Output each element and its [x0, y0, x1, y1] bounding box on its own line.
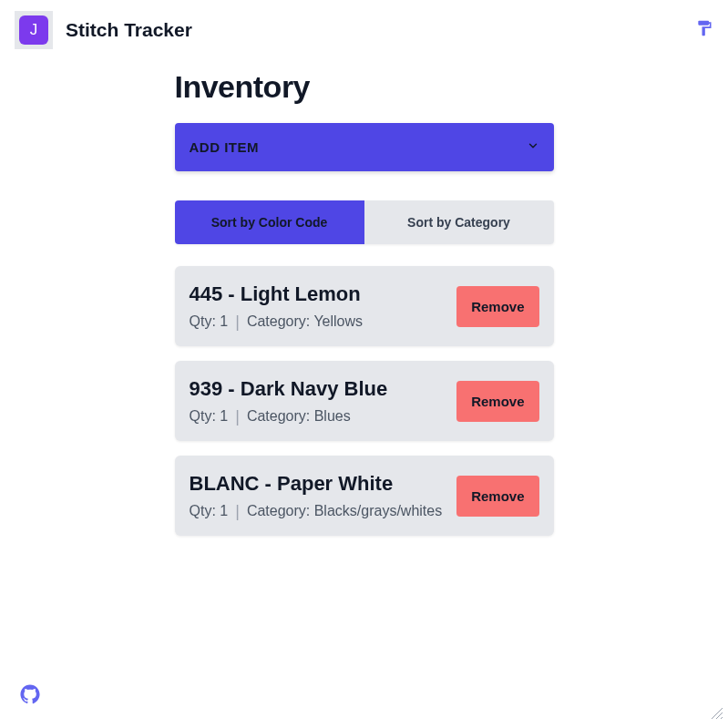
meta-divider: | — [235, 408, 240, 425]
inventory-item-card: BLANC - Paper White Qty: 1 | Category: B… — [175, 456, 554, 536]
item-qty: Qty: 1 — [190, 408, 229, 425]
item-category: Category: Blacks/grays/whites — [247, 503, 442, 519]
item-category: Category: Blues — [247, 408, 351, 425]
avatar-letter: J — [30, 21, 38, 39]
chevron-down-icon — [527, 139, 539, 155]
svg-line-2 — [721, 717, 723, 719]
svg-line-0 — [712, 708, 723, 719]
page-title: Inventory — [175, 69, 554, 105]
app-title: Stitch Tracker — [66, 19, 192, 41]
item-info: 445 - Light Lemon Qty: 1 | Category: Yel… — [190, 282, 446, 330]
sort-by-category-label: Sort by Category — [407, 215, 510, 230]
meta-divider: | — [235, 313, 240, 330]
sort-by-category-button[interactable]: Sort by Category — [364, 200, 554, 244]
item-title: 445 - Light Lemon — [190, 282, 446, 306]
header-left: J Stitch Tracker — [15, 11, 192, 49]
remove-label: Remove — [471, 394, 524, 409]
resize-handle-icon[interactable] — [710, 706, 724, 724]
github-icon[interactable] — [20, 684, 40, 708]
remove-label: Remove — [471, 488, 524, 504]
remove-label: Remove — [471, 299, 524, 314]
item-meta: Qty: 1 | Category: Yellows — [190, 313, 446, 330]
item-meta: Qty: 1 | Category: Blues — [190, 408, 446, 425]
avatar: J — [19, 15, 48, 45]
item-qty: Qty: 1 — [190, 503, 229, 519]
inventory-item-card: 445 - Light Lemon Qty: 1 | Category: Yel… — [175, 266, 554, 346]
item-title: BLANC - Paper White — [190, 472, 446, 496]
main-content: Inventory ADD ITEM Sort by Color Code So… — [175, 69, 554, 569]
item-info: 939 - Dark Navy Blue Qty: 1 | Category: … — [190, 377, 446, 425]
inventory-item-card: 939 - Dark Navy Blue Qty: 1 | Category: … — [175, 361, 554, 441]
paint-roller-icon[interactable] — [695, 19, 713, 41]
item-info: BLANC - Paper White Qty: 1 | Category: B… — [190, 472, 446, 519]
sort-toggle-group: Sort by Color Code Sort by Category — [175, 200, 554, 244]
avatar-container[interactable]: J — [15, 11, 53, 49]
app-header: J Stitch Tracker — [0, 0, 728, 60]
remove-button[interactable]: Remove — [456, 381, 538, 422]
sort-by-code-label: Sort by Color Code — [211, 215, 328, 230]
sort-by-color-code-button[interactable]: Sort by Color Code — [175, 200, 364, 244]
item-category: Category: Yellows — [247, 313, 363, 330]
item-qty: Qty: 1 — [190, 313, 229, 330]
item-meta: Qty: 1 | Category: Blacks/grays/whites — [190, 503, 446, 519]
meta-divider: | — [235, 503, 240, 519]
item-title: 939 - Dark Navy Blue — [190, 377, 446, 401]
add-item-button[interactable]: ADD ITEM — [175, 123, 554, 171]
remove-button[interactable]: Remove — [456, 286, 538, 327]
add-item-label: ADD ITEM — [190, 139, 260, 155]
remove-button[interactable]: Remove — [456, 476, 538, 517]
